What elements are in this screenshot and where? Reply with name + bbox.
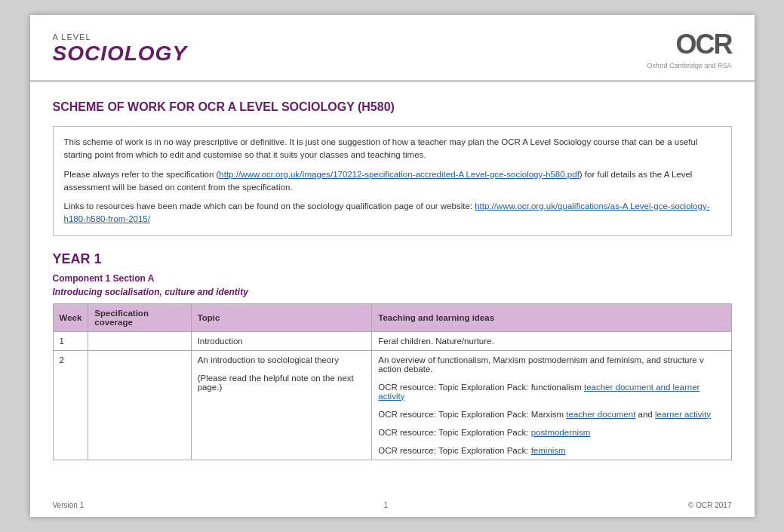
row1-teaching: Feral children. Nature/nurture.: [372, 331, 731, 350]
info-para2-prefix: Please always refer to the specification…: [64, 170, 220, 179]
row2-teaching: An overview of functionalism, Marxism po…: [372, 350, 731, 460]
footer-page: 1: [384, 501, 389, 509]
table-row: 2 An introduction to sociological theory…: [53, 350, 731, 460]
spec-link[interactable]: http://www.ocr.org.uk/Images/170212-spec…: [219, 170, 580, 179]
marxism-learner-link[interactable]: learner activity: [655, 410, 711, 419]
ocr-logo-subtitle: Oxford Cambridge and RSA: [647, 62, 731, 69]
feminism-link[interactable]: feminism: [531, 446, 566, 455]
info-box: This scheme of work is in no way prescri…: [53, 126, 732, 236]
page-title: SCHEME OF WORK FOR OCR A LEVEL SOCIOLOGY…: [53, 100, 732, 114]
row2-week: 2: [53, 350, 88, 460]
ocr-logo-text: OCR: [647, 29, 731, 60]
row2-spec: [88, 350, 191, 460]
info-para2: Please always refer to the specification…: [64, 168, 721, 195]
component-title: Component 1 Section A: [53, 273, 732, 284]
col-teaching: Teaching and learning ideas: [372, 303, 731, 331]
row1-spec: [88, 331, 191, 350]
footer-copyright: © OCR 2017: [688, 501, 731, 509]
scheme-table: Week Specification coverage Topic Teachi…: [53, 303, 732, 460]
info-para3-prefix: Links to resources have been made which …: [64, 201, 475, 211]
marxism-teacher-link[interactable]: teacher document: [566, 410, 635, 419]
page-footer: Version 1 1 © OCR 2017: [30, 501, 755, 509]
col-week: Week: [53, 303, 88, 331]
page-header: A LEVEL SOCIOLOGY OCR Oxford Cambridge a…: [30, 15, 755, 82]
row1-topic: Introduction: [191, 331, 372, 350]
header-branding: A LEVEL SOCIOLOGY: [53, 32, 188, 66]
section-subtitle: Introducing socialisation, culture and i…: [53, 287, 732, 297]
info-para3: Links to resources have been made which …: [64, 200, 721, 226]
row1-week: 1: [53, 331, 88, 350]
table-row: 1 Introduction Feral children. Nature/nu…: [53, 331, 731, 350]
row2-topic: An introduction to sociological theory (…: [191, 350, 372, 460]
table-header-row: Week Specification coverage Topic Teachi…: [53, 303, 731, 331]
footer-version: Version 1: [53, 501, 85, 509]
functionalism-link[interactable]: teacher document and learner activity: [378, 383, 699, 401]
subject-title: SOCIOLOGY: [53, 42, 188, 66]
a-level-label: A LEVEL: [53, 32, 188, 42]
info-para1: This scheme of work is in no way prescri…: [64, 136, 721, 162]
col-spec: Specification coverage: [88, 303, 191, 331]
main-content: SCHEME OF WORK FOR OCR A LEVEL SOCIOLOGY…: [30, 82, 755, 490]
ocr-logo-area: OCR Oxford Cambridge and RSA: [647, 29, 731, 69]
year-title: YEAR 1: [53, 251, 732, 267]
document-page: A LEVEL SOCIOLOGY OCR Oxford Cambridge a…: [30, 15, 755, 517]
col-topic: Topic: [191, 303, 372, 331]
postmodernism-link[interactable]: postmodernism: [531, 428, 591, 437]
